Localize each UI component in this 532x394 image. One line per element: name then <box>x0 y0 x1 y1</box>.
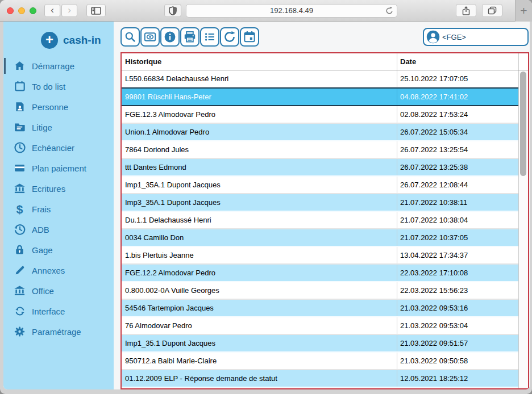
date-cell: 02.08.2022 17:53:24 <box>397 106 518 123</box>
sidebar-item-demarrage[interactable]: Démarrage <box>3 56 114 76</box>
sidebar-item-office[interactable]: Office <box>3 280 114 301</box>
sidebar-item-annexes[interactable]: Annexes <box>3 260 114 280</box>
table-row[interactable]: 54546 Tartempion Jacques 21.03.2022 09:5… <box>122 300 518 317</box>
historique-cell: L550.66834 Delachaussé Henri <box>122 70 397 87</box>
historique-cell: 7864 Doriond Jules <box>122 141 397 158</box>
app-toolbar: <FGE> <box>114 22 530 52</box>
sidebar-item-echeancier[interactable]: Echéancier <box>3 137 114 158</box>
sidebar-item-interface[interactable]: Interface <box>3 301 114 321</box>
back-button[interactable]: ‹ <box>44 4 60 17</box>
table-row[interactable]: FGE.12.2 Almodovar Pedro 22.03.2022 17:1… <box>122 265 518 282</box>
date-cell: 22.03.2022 15:56:23 <box>397 282 518 299</box>
table-row[interactable]: ttt Dantes Edmond 26.07.2022 13:25:38 <box>122 159 518 177</box>
date-cell: 25.10.2022 17:07:05 <box>397 70 518 87</box>
sidebar-panel-icon <box>91 7 101 15</box>
table-row[interactable]: Imp1_35A.1 Dupont Jacques 26.07.2022 12:… <box>122 177 518 194</box>
table-row[interactable]: L550.66834 Delachaussé Henri 25.10.2022 … <box>122 70 518 88</box>
sidebar-item-label: Office <box>32 286 54 296</box>
table-row[interactable]: Imp3_35A.1 Dupont Jacques 21.07.2022 10:… <box>122 194 518 212</box>
scrollbar-thumb[interactable] <box>520 72 526 176</box>
sidebar: + cash-in Démarrage To do list <box>3 22 114 389</box>
page-content: + cash-in Démarrage To do list <box>3 22 530 389</box>
address-bar[interactable]: 192.168.4.49 <box>186 4 397 18</box>
table-row[interactable]: 01.12.2009 ELP - Réponse demande de stat… <box>122 370 518 388</box>
calendar-button[interactable] <box>240 27 259 47</box>
scrollbar-header-gutter <box>518 53 528 70</box>
sidebar-item-label: Personne <box>32 102 68 112</box>
sidebar-toggle-button[interactable] <box>86 4 106 17</box>
column-header-historique[interactable]: Historique <box>122 53 397 70</box>
reload-icon[interactable] <box>385 6 394 15</box>
sidebar-item-ecritures[interactable]: Ecritures <box>3 178 114 199</box>
forward-button[interactable]: › <box>61 4 77 17</box>
table-row[interactable]: Imp1_35.1 Dupont Jacques 21.03.2022 09:5… <box>122 335 518 353</box>
zoom-window-button[interactable] <box>30 7 36 14</box>
privacy-shield-button[interactable] <box>164 4 181 17</box>
sidebar-menu: Démarrage To do list Personne <box>3 56 114 342</box>
vertical-scrollbar[interactable] <box>518 70 528 388</box>
share-button[interactable] <box>456 4 476 17</box>
cash-in-plus-icon: + <box>41 32 58 49</box>
bank-icon <box>13 284 27 297</box>
date-cell: 21.03.2022 09:50:58 <box>397 353 518 369</box>
print-button[interactable] <box>180 27 200 47</box>
clock-icon <box>13 141 27 154</box>
sidebar-item-frais[interactable]: $ Frais <box>3 199 114 219</box>
browser-window: ‹ › 192.168.4.49 <box>0 0 532 394</box>
date-cell: 04.08.2022 17:41:02 <box>397 89 518 105</box>
sidebar-item-personne[interactable]: Personne <box>3 97 114 117</box>
search-button[interactable] <box>120 27 140 47</box>
view-button[interactable] <box>140 27 160 47</box>
sidebar-item-parametrage[interactable]: Paramétrage <box>3 321 114 342</box>
chevron-left-icon: ‹ <box>51 5 54 15</box>
column-header-date[interactable]: Date <box>397 53 518 70</box>
info-icon <box>163 30 177 44</box>
user-avatar-icon <box>425 29 441 45</box>
app-name: cash-in <box>63 34 101 47</box>
shield-icon <box>169 6 177 15</box>
sidebar-item-gage[interactable]: Gage <box>3 240 114 260</box>
table-row[interactable]: FGE.12.3 Almodovar Pedro 02.08.2022 17:5… <box>122 106 518 124</box>
sidebar-item-litige[interactable]: Litige <box>3 117 114 137</box>
historique-cell: 54546 Tartempion Jacques <box>122 300 397 316</box>
search-icon <box>123 30 137 44</box>
minimize-window-button[interactable] <box>18 7 25 14</box>
lock-icon <box>13 243 27 257</box>
table-row[interactable]: Du.1.1 Delachaussé Henri 21.07.2022 10:3… <box>122 212 518 229</box>
date-cell: 26.07.2022 13:25:54 <box>397 141 518 158</box>
historique-cell: Du.1.1 Delachaussé Henri <box>122 212 397 228</box>
date-cell: 21.07.2022 10:37:05 <box>397 229 518 246</box>
info-button[interactable] <box>160 27 180 47</box>
chevron-right-icon: › <box>68 5 71 15</box>
table-row[interactable]: 0.800.002-0A Vuille Georges 22.03.2022 1… <box>122 282 518 300</box>
table-row[interactable]: 0034 Camillo Don 21.07.2022 10:37:05 <box>122 229 518 247</box>
sidebar-item-plan-paiement[interactable]: Plan paiement <box>3 158 114 178</box>
table-row[interactable]: 76 Almodovar Pedro 21.03.2022 09:53:04 <box>122 317 518 335</box>
credit-card-icon <box>13 161 27 175</box>
table-row[interactable]: 7864 Doriond Jules 26.07.2022 13:25:54 <box>122 141 518 159</box>
refresh-icon <box>223 30 236 44</box>
date-cell: 21.03.2022 09:51:57 <box>397 335 518 351</box>
sidebar-item-adb[interactable]: ADB <box>3 219 114 240</box>
new-tab-button[interactable]: + <box>515 0 532 22</box>
historique-cell: FGE.12.3 Almodovar Pedro <box>122 106 397 123</box>
close-window-button[interactable] <box>7 7 14 14</box>
date-cell: 21.03.2022 09:53:16 <box>397 300 518 316</box>
sync-icon <box>13 304 27 318</box>
tabs-overview-icon <box>488 6 497 15</box>
refresh-button[interactable] <box>220 27 239 47</box>
sidebar-item-label: Frais <box>32 204 51 214</box>
table-row[interactable]: 1.bis Plertuis Jeanne 13.04.2022 17:34:3… <box>122 247 518 265</box>
table-row[interactable]: 950712.a Balbi Marie-Claire 21.03.2022 0… <box>122 353 518 370</box>
historique-cell: Union.1 Almodovar Pedro <box>122 124 397 140</box>
history-table: Historique Date L550.66834 Delachaussé H… <box>120 52 529 389</box>
sidebar-item-to-do-list[interactable]: To do list <box>3 76 114 97</box>
current-user-box[interactable]: <FGE> <box>423 28 529 46</box>
table-row[interactable]: Union.1 Almodovar Pedro 26.07.2022 15:05… <box>122 124 518 141</box>
table-row[interactable]: 99801 Rüschli Hans-Peter 04.08.2022 17:4… <box>122 87 518 106</box>
historique-cell: 01.12.2009 ELP - Réponse demande de stat… <box>122 370 397 387</box>
list-button[interactable] <box>200 27 219 47</box>
historique-cell: Imp1_35A.1 Dupont Jacques <box>122 177 397 193</box>
show-tabs-button[interactable] <box>482 4 502 17</box>
sidebar-item-label: Paramétrage <box>32 327 81 337</box>
